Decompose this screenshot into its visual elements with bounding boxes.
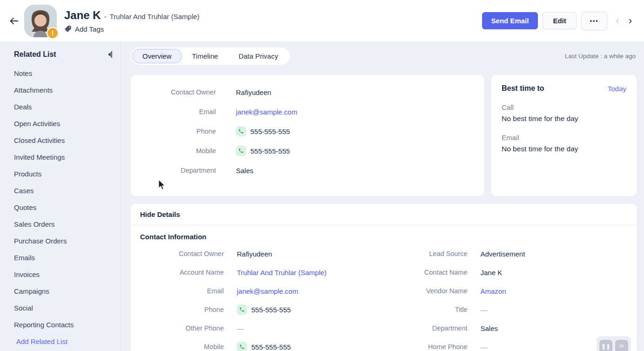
back-button[interactable]	[7, 14, 20, 27]
field-value: Sales	[481, 324, 498, 332]
account-name: Truhlar And Truhlar (Sample)	[110, 13, 200, 20]
field-value: 555-555-555	[237, 304, 291, 315]
add-related-list-link[interactable]: Add Related List	[16, 338, 67, 345]
phone-icon	[237, 304, 247, 315]
sidebar-item[interactable]: Attachments	[14, 81, 112, 98]
edit-button[interactable]: Edit	[543, 12, 576, 29]
tag-icon	[64, 25, 72, 33]
field-value-text: Sales	[481, 324, 498, 332]
phone-icon	[236, 126, 246, 136]
field-value-text: Rafiyudeen	[236, 88, 271, 96]
tab-data-privacy[interactable]: Data Privacy	[228, 49, 288, 63]
field-value-text[interactable]: Truhlar And Truhlar (Sample)	[237, 269, 327, 277]
field-label: Phone	[131, 128, 216, 135]
field-label: Account Name	[140, 269, 224, 276]
pause-icon[interactable]: ❚❚	[599, 340, 612, 351]
field-value-text: —	[481, 306, 488, 314]
sidebar-item[interactable]: Social	[14, 299, 112, 316]
sidebar-item[interactable]: Closed Activities	[14, 132, 112, 148]
best-time-title: Best time to	[502, 84, 544, 93]
sidebar-item[interactable]: Notes	[14, 65, 112, 81]
field-value: Advertisement	[481, 250, 525, 258]
sidebar-item[interactable]: Open Activities	[14, 115, 112, 132]
tabs-row: Overview Timeline Data Privacy Last Upda…	[131, 47, 637, 65]
chevron-left-icon[interactable]: ‹	[616, 16, 619, 26]
top-header: ! Jane K - Truhlar And Truhlar (Sample) …	[0, 0, 644, 41]
summary-row: Email janek@sample.com	[131, 102, 484, 122]
add-tags-label: Add Tags	[75, 25, 104, 33]
field-value: —	[481, 343, 488, 351]
field-label: Contact Name	[384, 269, 468, 276]
best-time-email-value: No best time for the day	[502, 145, 626, 153]
back-arrow-icon	[9, 16, 19, 26]
contact-avatar[interactable]: !	[24, 5, 57, 37]
related-list-title: Related List	[14, 50, 56, 59]
field-value: Truhlar And Truhlar (Sample)	[237, 269, 327, 277]
field-label: Home Phone	[384, 343, 468, 351]
best-time-call-label: Call	[502, 103, 626, 111]
field-value: Rafiyudeen	[236, 88, 271, 96]
detail-row: Other Phone —	[140, 319, 384, 338]
sidebar-item[interactable]: Quotes	[14, 199, 112, 216]
sidebar-item[interactable]: Invited Meetings	[14, 148, 112, 165]
detail-row: Lead Source Advertisement	[384, 244, 628, 263]
add-tags-button[interactable]: Add Tags	[64, 25, 200, 33]
field-label: Email	[140, 287, 224, 295]
field-value: janek@sample.com	[236, 108, 297, 116]
exclamation-badge-icon[interactable]: !	[47, 27, 59, 39]
sidebar-item[interactable]: Campaigns	[14, 283, 112, 299]
sidebar-item[interactable]: Reporting Contacts	[14, 316, 112, 333]
field-value-text[interactable]: janek@sample.com	[237, 287, 298, 295]
record-pager: ‹ ›	[616, 16, 637, 26]
contact-information-title: Contact Information	[140, 233, 627, 241]
send-email-button[interactable]: Send Email	[482, 12, 538, 29]
detail-row: Vendor Name Amazon	[384, 282, 628, 300]
more-actions-button[interactable]: •••	[581, 12, 608, 30]
field-value: —	[237, 324, 244, 332]
phone-icon	[237, 342, 247, 351]
field-value: janek@sample.com	[237, 287, 298, 295]
sidebar-item[interactable]: Products	[14, 165, 112, 182]
refresh-icon[interactable]: ⟳	[615, 340, 628, 351]
sidebar-item[interactable]: Deals	[14, 98, 112, 115]
contact-title-block: Jane K - Truhlar And Truhlar (Sample) Ad…	[64, 9, 200, 33]
field-value-text: 555-555-555	[251, 343, 291, 351]
field-label: Phone	[140, 306, 224, 313]
summary-row: Mobile 555-555-555	[131, 141, 484, 161]
field-value: 555-555-555	[236, 126, 290, 136]
field-label: Department	[131, 167, 216, 174]
field-label: Vendor Name	[384, 287, 468, 295]
field-value-text[interactable]: Amazon	[481, 287, 506, 295]
tab-timeline[interactable]: Timeline	[182, 49, 228, 63]
details-left-column: Contact Owner Rafiyudeen Account Name	[140, 244, 384, 351]
sidebar-item[interactable]: Invoices	[14, 266, 112, 283]
field-value-text: Rafiyudeen	[237, 250, 272, 258]
summary-row: Contact Owner Rafiyudeen	[131, 82, 484, 102]
field-value-text: Sales	[236, 167, 254, 175]
field-label: Other Phone	[140, 324, 224, 332]
contact-summary-card: Contact Owner Rafiyudeen Email	[131, 75, 484, 196]
chevron-right-icon[interactable]: ›	[629, 16, 632, 26]
summary-row: Department Sales	[131, 161, 484, 180]
field-value-text: 555-555-555	[250, 128, 290, 135]
sidebar-item[interactable]: Sales Orders	[14, 216, 112, 232]
field-value: 555-555-555	[237, 342, 291, 351]
field-value-text: 555-555-555	[250, 147, 290, 155]
hide-details-toggle[interactable]: Hide Details	[131, 204, 637, 225]
field-value: Sales	[236, 167, 254, 175]
field-value-text[interactable]: janek@sample.com	[236, 108, 297, 116]
tab-bar: Overview Timeline Data Privacy	[131, 47, 290, 65]
related-list-sidebar: Related List Notes Attachments Deals Ope…	[0, 41, 121, 351]
collapse-panel-icon[interactable]	[108, 51, 112, 58]
tab-overview[interactable]: Overview	[132, 49, 182, 63]
field-label: Mobile	[140, 343, 224, 351]
field-label: Title	[384, 306, 468, 313]
sidebar-item[interactable]: Purchase Orders	[14, 232, 112, 249]
last-update-text: Last Update : a while ago	[565, 53, 637, 60]
best-time-period-link[interactable]: Today	[608, 85, 626, 93]
best-time-card: Best time to Today Call No best time for…	[491, 75, 637, 196]
sidebar-item[interactable]: Cases	[14, 182, 112, 199]
sidebar-item[interactable]: Emails	[14, 249, 112, 266]
best-time-email-label: Email	[502, 134, 626, 142]
field-value: Amazon	[481, 287, 506, 295]
